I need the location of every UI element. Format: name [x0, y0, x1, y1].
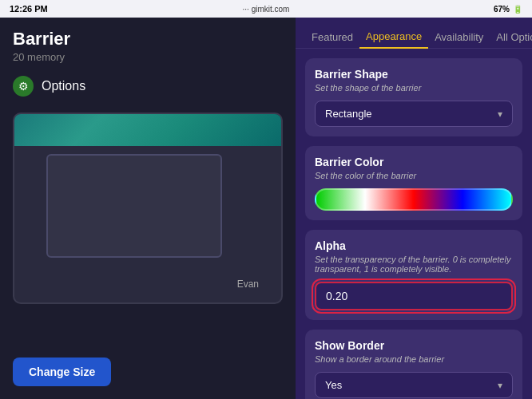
game-area: Evan [13, 113, 283, 304]
change-size-button[interactable]: Change Size [13, 358, 111, 386]
barrier-shape-desc: Set the shape of the barrier [315, 83, 513, 93]
barrier-shape-section: Barrier Shape Set the shape of the barri… [305, 58, 522, 136]
chevron-down-icon: ▾ [498, 109, 502, 120]
tab-availability[interactable]: Availability [428, 26, 490, 48]
evan-label: Evan [237, 279, 259, 290]
barrier-shape-value: Rectangle [325, 108, 372, 120]
status-url: ··· gimkit.com [243, 5, 290, 14]
show-border-desc: Show a border around the barrier [315, 354, 513, 364]
left-header: Barrier 20 memory [0, 18, 296, 66]
show-border-value: Yes [325, 379, 342, 391]
options-row[interactable]: ⚙ Options [0, 66, 296, 106]
tab-all-options[interactable]: All Options [490, 26, 532, 48]
barrier-title: Barrier [13, 29, 283, 49]
battery-icon: 🔋 [513, 5, 522, 14]
show-border-section: Show Border Show a border around the bar… [305, 330, 522, 399]
barrier-shape-dropdown[interactable]: Rectangle ▾ [315, 101, 513, 127]
alpha-desc: Set the transparency of the barrier. 0 i… [315, 255, 513, 274]
options-icon: ⚙ [13, 76, 34, 97]
status-time: 12:26 PM [10, 4, 48, 14]
barrier-subtitle: 20 memory [13, 51, 283, 63]
right-panel: Featured Appearance Availability All Opt… [296, 18, 532, 399]
barrier-color-title: Barrier Color [315, 156, 513, 168]
status-bar: 12:26 PM ··· gimkit.com 67% 🔋 [0, 0, 532, 18]
show-border-dropdown[interactable]: Yes ▾ [315, 372, 513, 398]
status-right: 67% 🔋 [494, 5, 522, 14]
panel-content: Barrier Shape Set the shape of the barri… [296, 49, 532, 399]
barrier-color-desc: Set the color of the barrier [315, 171, 513, 180]
left-panel: Barrier 20 memory ⚙ Options Evan Change … [0, 18, 296, 399]
barrier-shape-title: Barrier Shape [315, 68, 513, 81]
tab-appearance[interactable]: Appearance [359, 26, 428, 49]
signal-text: 67% [494, 5, 510, 14]
alpha-section: Alpha Set the transparency of the barrie… [305, 230, 522, 320]
tab-featured[interactable]: Featured [305, 26, 359, 48]
chevron-down-icon: ▾ [498, 380, 502, 391]
game-area-top [14, 114, 281, 146]
main-layout: Barrier 20 memory ⚙ Options Evan Change … [0, 18, 532, 399]
alpha-input-wrap [315, 282, 513, 310]
color-bar[interactable] [315, 188, 513, 211]
alpha-input[interactable] [315, 282, 513, 310]
show-border-title: Show Border [315, 339, 513, 352]
options-label: Options [42, 79, 85, 93]
alpha-title: Alpha [315, 239, 513, 252]
tab-bar: Featured Appearance Availability All Opt… [296, 18, 532, 49]
barrier-color-section: Barrier Color Set the color of the barri… [305, 146, 522, 220]
barrier-rect [46, 154, 222, 258]
